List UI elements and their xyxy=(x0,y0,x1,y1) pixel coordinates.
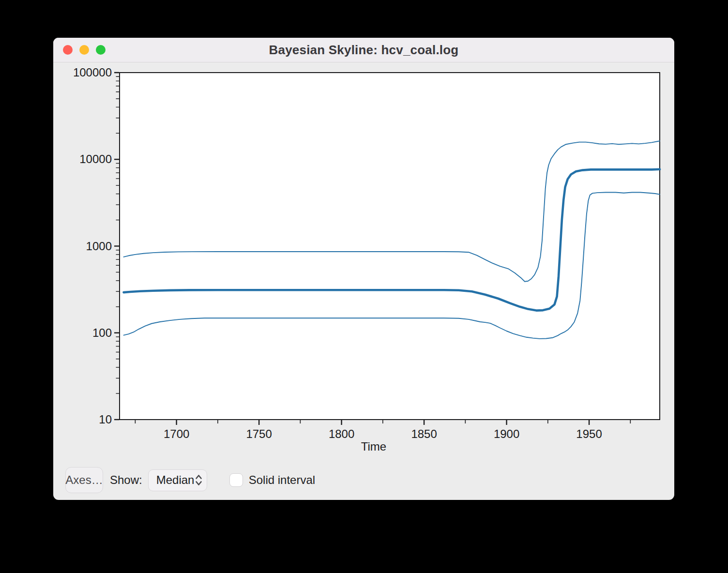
y-tick-label: 100000 xyxy=(73,66,112,79)
show-dropdown[interactable]: Median xyxy=(148,469,207,491)
app-window: Bayesian Skyline: hcv_coal.log 101001000… xyxy=(53,38,674,500)
solid-interval-checkbox[interactable] xyxy=(229,473,243,487)
plot-frame xyxy=(120,73,660,420)
x-tick-label: 1850 xyxy=(411,427,437,440)
bayesian-skyline-plot[interactable]: 1010010001000010000017001750180018501900… xyxy=(53,62,674,464)
chevron-updown-icon xyxy=(195,473,203,487)
close-button[interactable] xyxy=(63,45,73,55)
window-title: Bayesian Skyline: hcv_coal.log xyxy=(269,43,459,58)
x-axis-title: Time xyxy=(361,440,386,453)
x-tick-label: 1950 xyxy=(576,427,602,440)
window-controls xyxy=(63,38,106,62)
title-bar[interactable]: Bayesian Skyline: hcv_coal.log xyxy=(53,38,674,62)
y-tick-label: 1000 xyxy=(86,240,112,253)
x-tick-label: 1800 xyxy=(329,427,354,440)
show-label: Show: xyxy=(110,473,142,487)
bottom-toolbar: Axes… Show: Median Solid interval xyxy=(65,467,315,494)
y-tick-label: 10 xyxy=(99,413,112,426)
maximize-button[interactable] xyxy=(96,45,106,55)
x-tick-label: 1900 xyxy=(494,427,519,440)
window-content: 1010010001000010000017001750180018501900… xyxy=(53,62,674,500)
axes-button[interactable]: Axes… xyxy=(65,467,103,493)
y-tick-label: 100 xyxy=(92,326,112,339)
show-dropdown-value: Median xyxy=(156,473,195,487)
solid-interval-label: Solid interval xyxy=(249,473,315,487)
x-tick-label: 1750 xyxy=(246,427,272,440)
minimize-button[interactable] xyxy=(79,45,89,55)
y-tick-label: 10000 xyxy=(79,152,112,166)
x-tick-label: 1700 xyxy=(164,427,189,440)
